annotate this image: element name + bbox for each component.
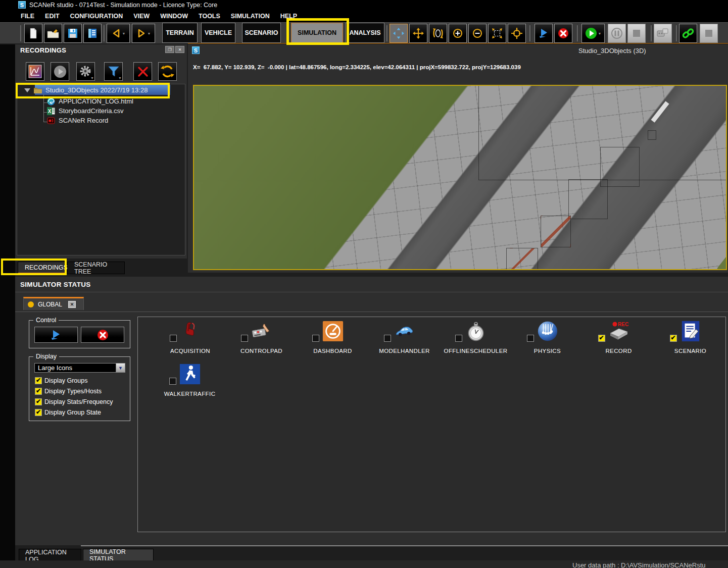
divider (81, 545, 728, 546)
redo-dropdown-icon[interactable]: ▼ (148, 32, 151, 35)
walker-icon (178, 363, 202, 386)
abort-mode-button[interactable] (554, 24, 572, 43)
module-checkbox[interactable] (670, 335, 677, 342)
run-icon (539, 28, 549, 38)
tree-item-label: SCANeR Record (59, 117, 108, 124)
toolbar-separator (104, 25, 106, 41)
menu-help[interactable]: HELP (280, 13, 297, 20)
tab-analysis[interactable]: ANALYSIS (346, 23, 384, 43)
select-move-button[interactable] (390, 24, 408, 43)
play-dropdown-icon[interactable]: ▼ (598, 32, 602, 35)
menu-configuration[interactable]: CONFIGURATION (70, 13, 123, 20)
module-checkbox[interactable] (169, 378, 176, 385)
recording-settings-button[interactable]: ▼ (76, 62, 95, 81)
checkbox-label: Display Group State (44, 409, 101, 416)
pause-simulation-button[interactable] (608, 24, 626, 43)
zoom-fit-button[interactable] (488, 24, 506, 43)
module-checkbox[interactable] (241, 335, 248, 342)
float-panel-button[interactable]: ❐ (165, 46, 174, 53)
control-group-legend: Control (33, 317, 59, 324)
rotate-view-button[interactable] (429, 24, 447, 43)
new-file-button[interactable] (24, 24, 42, 43)
report-button[interactable] (83, 24, 102, 43)
tree-connector (43, 94, 44, 122)
refresh-recordings-button[interactable] (158, 62, 177, 81)
menu-file[interactable]: FILE (21, 13, 34, 20)
display-group-state-checkbox[interactable] (35, 409, 42, 416)
3d-viewport[interactable] (193, 85, 727, 270)
control-group: Control (29, 320, 130, 348)
open-file-button[interactable] (44, 24, 62, 43)
abort-all-button[interactable] (81, 327, 124, 343)
tree-item-label: StoryboardCriteria.csv (59, 107, 124, 115)
filter-recordings-button[interactable]: ▼ (104, 62, 123, 81)
display-stats-frequency-checkbox[interactable] (35, 398, 42, 405)
stop-all-button[interactable] (700, 24, 718, 43)
menu-edit[interactable]: EDIT (45, 13, 59, 20)
module-label: WALKERTRAFFIC (139, 391, 240, 397)
menu-tools[interactable]: TOOLS (199, 13, 220, 20)
record-module-icon: REC (607, 320, 630, 343)
replay-recording-button[interactable] (51, 62, 69, 81)
recordings-toolbar: ▼ ▼ (15, 62, 187, 83)
zoom-in-button[interactable] (449, 24, 467, 43)
undo-button[interactable]: ▼ (107, 24, 130, 43)
module-walkertraffic[interactable]: WALKERTRAFFIC (154, 363, 225, 402)
module-checkbox[interactable] (312, 335, 319, 342)
filter-dropdown-icon[interactable]: ▼ (118, 76, 122, 80)
tab-recordings[interactable]: RECORDINGS (18, 262, 67, 274)
tab-simulation[interactable]: SIMULATION (291, 23, 343, 43)
display-types-hosts-checkbox[interactable] (35, 388, 42, 395)
viewer-window: S Studio_3DObjects (3D) X= 67.882, Y= 10… (188, 44, 728, 273)
module-checkbox[interactable] (170, 335, 177, 342)
module-scenario[interactable]: SCENARIO (655, 320, 726, 359)
move-icon (393, 28, 404, 39)
save-button[interactable] (64, 24, 82, 43)
module-checkbox[interactable] (455, 335, 462, 342)
target-icon (511, 28, 522, 39)
process-capture-button[interactable] (654, 24, 672, 43)
launch-mode-button[interactable] (535, 24, 553, 43)
pan-button[interactable] (409, 24, 427, 43)
close-panel-button[interactable]: ✕ (175, 46, 184, 53)
tree-item-application-log[interactable]: APPLICATION_LOG.html (47, 96, 133, 106)
menu-window[interactable]: WINDOW (160, 13, 188, 20)
settings-dropdown-icon[interactable]: ▼ (90, 76, 94, 80)
save-icon (68, 28, 78, 38)
center-target-button[interactable] (508, 24, 526, 43)
stop-simulation-button[interactable] (627, 24, 646, 43)
display-groups-checkbox[interactable] (35, 377, 42, 384)
run-icon (50, 329, 62, 340)
close-global-tab-button[interactable]: ✕ (68, 301, 76, 308)
module-label: SCENARIO (640, 348, 728, 354)
tab-scenario-tree[interactable]: SCENARIO TREE (67, 262, 125, 274)
modules-panel: ACQUISITION CONTROLPAD DASHBOARD (137, 317, 726, 532)
analyze-recording-button[interactable] (26, 62, 44, 81)
tree-item-storyboard-criteria[interactable]: X StoryboardCriteria.csv (47, 106, 124, 116)
link-network-button[interactable] (679, 24, 697, 43)
checkbox-label: Display Types/Hosts (44, 388, 102, 395)
redo-button[interactable]: ▼ (132, 24, 155, 43)
launch-all-button[interactable] (34, 327, 78, 343)
menu-simulation[interactable]: SIMULATION (231, 13, 270, 20)
tab-terrain[interactable]: TERRAIN (162, 23, 198, 43)
tab-scenario[interactable]: SCENARIO (242, 23, 281, 43)
expander-icon[interactable] (24, 88, 30, 92)
recordings-panel-title: RECORDINGS (20, 46, 66, 54)
chevron-down-icon[interactable]: ▼ (116, 364, 125, 372)
delete-recording-button[interactable] (133, 62, 152, 81)
tree-item-scaner-record[interactable]: SCANeR Record (47, 116, 108, 125)
play-simulation-button[interactable]: ▼ (581, 24, 605, 43)
undo-dropdown-icon[interactable]: ▼ (122, 32, 126, 35)
tab-vehicle[interactable]: VEHICLE (201, 23, 235, 43)
module-checkbox[interactable] (384, 335, 391, 342)
tree-item-recording-folder[interactable]: Studio_3DObjects 2022/7/19 13:28 (24, 85, 148, 95)
module-checkbox[interactable] (527, 335, 534, 342)
module-checkbox[interactable] (598, 335, 605, 342)
tab-global[interactable]: GLOBAL ✕ (23, 297, 84, 310)
open-folder-icon (47, 28, 59, 38)
toolbar-separator (651, 25, 653, 41)
zoom-out-button[interactable] (468, 24, 487, 43)
icon-size-select[interactable]: Large Icons ▼ (34, 363, 125, 373)
menu-view[interactable]: VIEW (133, 13, 150, 20)
